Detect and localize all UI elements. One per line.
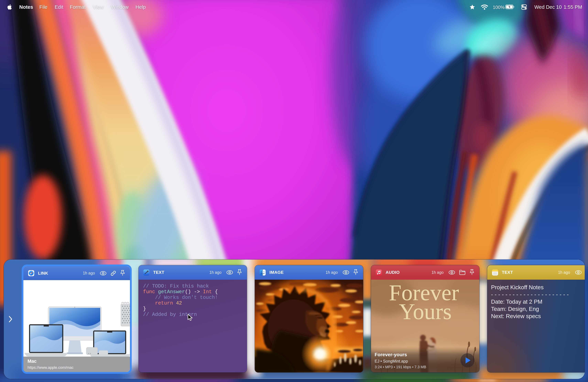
- svg-text:Yours: Yours: [399, 299, 452, 324]
